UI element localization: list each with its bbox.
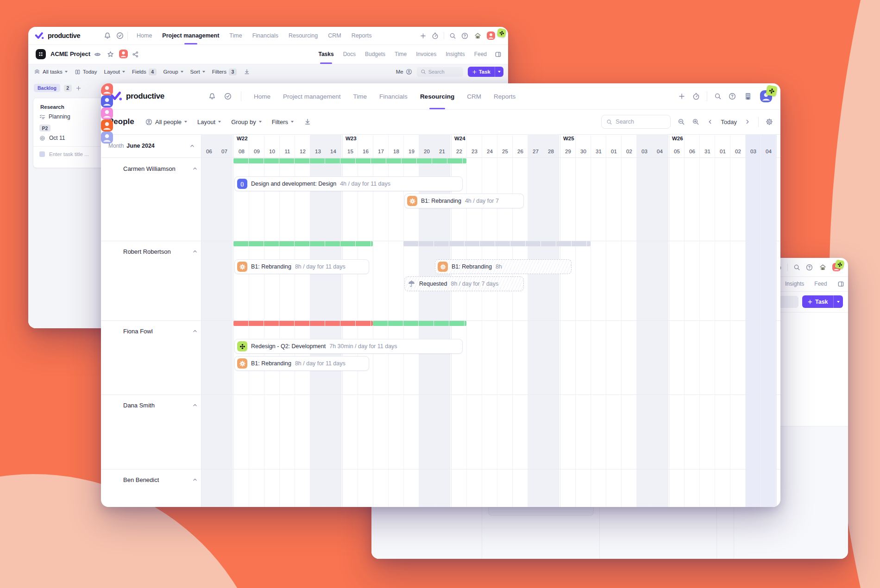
tab-time[interactable]: Time: [395, 44, 407, 64]
row-divider: [101, 394, 780, 395]
nav-time[interactable]: Time: [229, 27, 242, 44]
logo-wordmark: productive: [48, 32, 80, 39]
booking-card[interactable]: B1: Rebranding8h: [435, 259, 572, 274]
tasks-search-input[interactable]: Search: [417, 67, 463, 77]
resourcing-window: productive Home Project management Time …: [101, 83, 780, 507]
header-actions: [420, 27, 495, 44]
tab-invoices[interactable]: Invoices: [416, 44, 436, 64]
export-download-icon[interactable]: [244, 69, 250, 75]
task-tag-badge: P2: [39, 125, 50, 131]
sort-dropdown[interactable]: Sort: [190, 69, 205, 75]
capacity-bar-gray[interactable]: [403, 241, 591, 246]
side-panel-icon[interactable]: [495, 51, 502, 58]
day-label: 07: [217, 147, 232, 156]
fields-button[interactable]: Fields4: [132, 69, 157, 75]
tab-insights[interactable]: Insights: [785, 276, 804, 291]
task-card[interactable]: Research Planning P2 Oct 11 Enter task t…: [33, 98, 112, 168]
project-gear-icon: [438, 262, 448, 272]
person-name: Carmen Williamson: [123, 165, 176, 172]
tab-feed[interactable]: Feed: [814, 276, 827, 291]
booking-title: Design and development: Design: [251, 181, 336, 187]
notifications-bell-icon[interactable]: [104, 32, 111, 39]
capacity-bar-green[interactable]: [233, 241, 373, 246]
day-label: 30: [576, 147, 591, 156]
week-label: W25: [563, 136, 574, 141]
booking-card[interactable]: ()Design and development: Design4h / day…: [234, 176, 463, 191]
favorite-star-icon[interactable]: [107, 51, 114, 58]
collapse-chevron-icon[interactable]: [192, 328, 198, 334]
week-label: W22: [237, 136, 248, 141]
day-label: 23: [467, 147, 482, 156]
add-card-plus-icon[interactable]: [75, 85, 82, 91]
me-filter[interactable]: Me: [396, 69, 412, 75]
week-label: W26: [672, 136, 683, 141]
create-plus-icon[interactable]: [420, 32, 427, 39]
productive-logo[interactable]: productive: [35, 27, 80, 44]
person-name: Dana Smith: [123, 402, 155, 409]
project-member-avatar[interactable]: [119, 50, 128, 58]
share-icon[interactable]: [132, 51, 139, 58]
project-gear-icon: [237, 358, 247, 369]
booking-card[interactable]: B1: Rebranding8h / day for 11 days: [234, 356, 369, 371]
filters-button[interactable]: Filters3: [212, 69, 237, 75]
nav-crm[interactable]: CRM: [328, 27, 341, 44]
time-off-umbrella-icon: [407, 279, 415, 289]
main-nav: Home Project management Time Financials …: [137, 27, 371, 44]
capacity-bar-green[interactable]: [233, 158, 466, 163]
search-icon[interactable]: [449, 32, 456, 39]
project-icon: (): [237, 179, 247, 189]
project-logo[interactable]: [36, 49, 46, 59]
add-task-button[interactable]: Task: [468, 67, 503, 77]
nav-reports[interactable]: Reports: [352, 27, 372, 44]
workspace-house-icon[interactable]: [473, 31, 482, 40]
new-task-checkbox[interactable]: [39, 151, 45, 157]
search-icon[interactable]: [793, 264, 800, 271]
nav-financials[interactable]: Financials: [252, 27, 278, 44]
collapse-chevron-icon[interactable]: [192, 165, 198, 172]
group-dropdown[interactable]: Group: [163, 69, 183, 75]
divider: [787, 263, 788, 271]
nav-resourcing[interactable]: Resourcing: [289, 27, 318, 44]
tab-tasks[interactable]: Tasks: [318, 44, 333, 64]
person-name: Robert Robertson: [123, 248, 171, 255]
booking-title: Requested: [419, 281, 447, 287]
layout-dropdown[interactable]: Layout: [104, 69, 126, 75]
backlog-group-badge[interactable]: Backlog: [34, 84, 60, 92]
booking-allocation: 7h 30min / day for 11 days: [329, 343, 397, 350]
all-tasks-dropdown[interactable]: All tasks: [34, 69, 68, 75]
add-task-dropdown[interactable]: [834, 295, 843, 308]
nav-project-management[interactable]: Project management: [162, 27, 219, 44]
day-label: 12: [295, 147, 310, 156]
collapse-chevron-icon[interactable]: [192, 248, 198, 255]
booking-card[interactable]: B1: Rebranding4h / day for 7: [404, 194, 524, 208]
tab-feed[interactable]: Feed: [474, 44, 487, 64]
help-icon[interactable]: [806, 264, 813, 271]
side-panel-icon[interactable]: [837, 281, 844, 288]
booking-card[interactable]: Requested8h / day for 7 days: [404, 276, 524, 291]
help-icon[interactable]: [461, 32, 468, 39]
booking-card[interactable]: B1: Rebranding8h / day for 11 days: [234, 259, 369, 274]
task-title[interactable]: Planning: [49, 113, 70, 120]
tab-budgets[interactable]: Budgets: [365, 44, 385, 64]
capacity-bar-red[interactable]: [233, 321, 373, 326]
capacity-bar-green[interactable]: [373, 321, 466, 326]
collapse-chevron-icon[interactable]: [192, 476, 198, 483]
add-task-button[interactable]: Task: [802, 295, 843, 308]
add-task-dropdown[interactable]: [495, 67, 503, 77]
tab-insights[interactable]: Insights: [446, 44, 465, 64]
my-work-check-icon[interactable]: [116, 32, 124, 39]
task-card-group-title: Research: [40, 104, 64, 110]
nav-home[interactable]: Home: [137, 27, 152, 44]
booking-allocation: 8h / day for 11 days: [295, 360, 346, 367]
day-label: 31: [591, 147, 606, 156]
user-avatar[interactable]: [487, 31, 495, 40]
booking-card[interactable]: Redesign - Q2: Development7h 30min / day…: [234, 339, 463, 354]
workspace-house-icon[interactable]: [818, 263, 827, 271]
watch-eye-icon[interactable]: [94, 51, 101, 58]
collapse-chevron-icon[interactable]: [192, 402, 198, 408]
timer-icon[interactable]: [432, 32, 439, 39]
app-header: productive Home Project management Time …: [28, 27, 508, 45]
today-view-button[interactable]: Today: [75, 69, 97, 75]
tab-docs[interactable]: Docs: [343, 44, 356, 64]
new-task-placeholder[interactable]: Enter task title ...: [49, 151, 89, 157]
